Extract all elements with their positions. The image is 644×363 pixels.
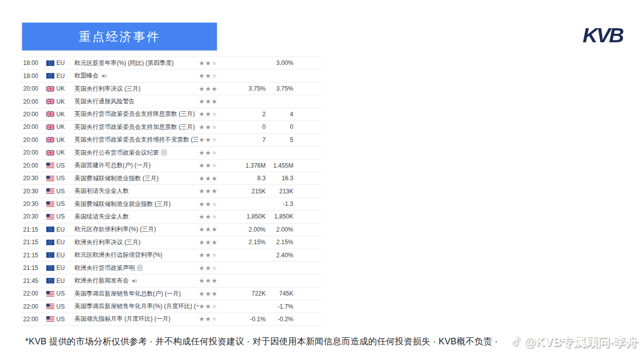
forecast-value: 8.3 — [224, 175, 266, 182]
star-icon: ★ — [211, 303, 218, 310]
flag-eu-icon — [46, 227, 54, 232]
forecast-value: 1,850K — [224, 213, 266, 220]
star-icon: ★ — [205, 175, 212, 182]
importance-stars: ★★★ — [199, 150, 224, 156]
event-name: 欧盟峰会 — [74, 71, 99, 80]
event-cell: 美国初请失业金人数 — [74, 187, 199, 195]
watermark: @KVB专属顾问-李舟 — [510, 334, 638, 350]
previous-value: 16.3 — [266, 175, 293, 182]
table-row: 22:00 US 美国季调后新屋销售年化月率(%) (月度环比) (一月) ★★… — [20, 300, 322, 313]
event-name: 欧元区薪资年率(%) (同比) (第四季度) — [74, 59, 174, 67]
country-flag-icon — [46, 99, 56, 104]
table-row: 20:00 UK 英国央行货币政策委员会支持降息票数 (三月) ★★★ 2 4 — [20, 108, 322, 121]
importance-stars: ★★★ — [199, 226, 224, 233]
event-cell: 英国央行货币政策委员会支持降息票数 (三月) — [74, 110, 199, 118]
star-icon: ★ — [199, 98, 205, 105]
table-row: 22:00 US 美国领先指标月率 (月度环比) (一月) ★★★ -0.1% … — [20, 313, 322, 326]
event-name: 英国央行货币政策委员会支持维持不变票数 (三月) — [74, 135, 199, 144]
country-code: UK — [56, 136, 74, 143]
country-code: US — [56, 175, 74, 182]
table-row: 20:30 US 美国费城联储制造业指数 (三月) ★★★ 8.3 16.3 — [20, 172, 322, 185]
event-cell: 英国央行货币政策委员会支持加息票数 (三月) — [74, 123, 199, 131]
star-icon: ★ — [205, 123, 212, 131]
event-cell: 美国费城联储制造业就业指数 (三月) — [74, 200, 199, 208]
table-row: 21:15 EU 欧洲央行利率决议 (三月) ★★★ 2.15% 2.15% — [20, 236, 322, 249]
flag-uk-icon — [46, 86, 54, 92]
star-icon: ★ — [205, 303, 212, 310]
country-code: US — [56, 290, 74, 297]
star-icon: ★ — [205, 72, 212, 80]
previous-value: 3.75% — [266, 85, 293, 92]
forecast-value: 722K — [224, 290, 266, 297]
table-row: 21:15 EU 欧元区欧洲央行边际借贷利率(%) ★★★ 2.40% — [20, 249, 322, 262]
table-row: 18:00 EU 欧盟峰会 ★★★ — [20, 69, 322, 82]
importance-stars: ★★★ — [199, 303, 224, 310]
event-name: 欧元区存款便利利率(%) (三月) — [74, 225, 156, 234]
document-icon — [137, 265, 142, 271]
event-time: 22:00 — [20, 290, 46, 297]
speaker-icon — [101, 73, 107, 79]
star-icon: ★ — [199, 136, 205, 143]
country-flag-icon — [46, 304, 56, 309]
star-icon: ★ — [205, 187, 212, 195]
table-row: 20:00 UK 英国央行通胀风险警告 ★★★ — [20, 95, 322, 108]
event-name: 英国央行利率决议 (三月) — [74, 85, 140, 93]
flag-eu-icon — [46, 252, 54, 258]
country-flag-icon — [46, 265, 56, 271]
table-row: 21:45 EU 欧洲央行新闻发布会 ★★★ — [20, 274, 322, 287]
event-cell: 欧元区存款便利利率(%) (三月) — [74, 225, 199, 234]
importance-stars: ★★★ — [199, 213, 224, 220]
country-flag-icon — [46, 86, 56, 92]
flag-uk-icon — [46, 99, 54, 104]
importance-stars: ★★★ — [199, 316, 224, 322]
country-code: US — [56, 213, 74, 220]
previous-value: 1,850K — [266, 213, 293, 220]
event-name: 英国央行货币政策委员会支持降息票数 (三月) — [74, 110, 195, 118]
forecast-value: -0.1% — [224, 316, 266, 323]
forecast-value: 2.00% — [224, 226, 266, 233]
star-icon: ★ — [205, 149, 212, 157]
document-icon — [162, 150, 167, 156]
star-icon: ★ — [205, 315, 212, 323]
country-flag-icon — [46, 163, 56, 168]
forecast-value: 2 — [224, 111, 266, 118]
event-name: 欧元区欧洲央行边际借贷利率(%) — [74, 251, 163, 259]
event-time: 20:30 — [20, 188, 46, 195]
forecast-value: 2.15% — [224, 239, 266, 246]
table-row: 21:15 EU 欧元区存款便利利率(%) (三月) ★★★ 2.00% 2.0… — [20, 224, 322, 236]
star-icon: ★ — [211, 239, 218, 246]
star-icon: ★ — [205, 110, 212, 118]
event-time: 20:00 — [20, 98, 46, 105]
country-code: EU — [56, 252, 74, 259]
flag-eu-icon — [46, 278, 54, 283]
flag-uk-icon — [46, 124, 54, 130]
star-icon: ★ — [205, 136, 212, 143]
event-name: 美国领先指标月率 (月度环比) (一月) — [74, 315, 171, 323]
country-code: EU — [56, 264, 74, 271]
event-name: 美国费城联储制造业就业指数 (三月) — [74, 200, 171, 208]
star-icon: ★ — [205, 264, 212, 272]
star-icon: ★ — [211, 72, 218, 80]
table-row: 20:30 US 美国续请失业金人数 ★★★ 1,850K 1,850K — [20, 210, 322, 223]
star-icon: ★ — [199, 149, 205, 157]
importance-stars: ★★★ — [199, 188, 224, 194]
country-flag-icon — [46, 73, 56, 79]
star-icon: ★ — [199, 251, 205, 259]
country-flag-icon — [46, 278, 56, 283]
country-code: UK — [56, 123, 74, 130]
star-icon: ★ — [211, 251, 218, 259]
douyin-icon — [510, 336, 522, 348]
event-time: 22:00 — [20, 316, 46, 323]
table-row: 20:00 UK 英国央行利率决议 (三月) ★★★ 3.75% 3.75% — [20, 83, 322, 95]
flag-us-icon — [46, 163, 54, 168]
star-icon: ★ — [211, 200, 218, 208]
importance-stars: ★★★ — [199, 239, 224, 246]
event-cell: 美国领先指标月率 (月度环比) (一月) — [74, 315, 199, 323]
country-flag-icon — [46, 214, 56, 220]
flag-eu-icon — [46, 60, 54, 66]
event-time: 21:45 — [20, 277, 46, 284]
star-icon: ★ — [205, 85, 212, 93]
event-name: 欧洲央行利率决议 (三月) — [74, 238, 140, 247]
star-icon: ★ — [199, 110, 205, 118]
forecast-value: 7 — [224, 136, 266, 143]
